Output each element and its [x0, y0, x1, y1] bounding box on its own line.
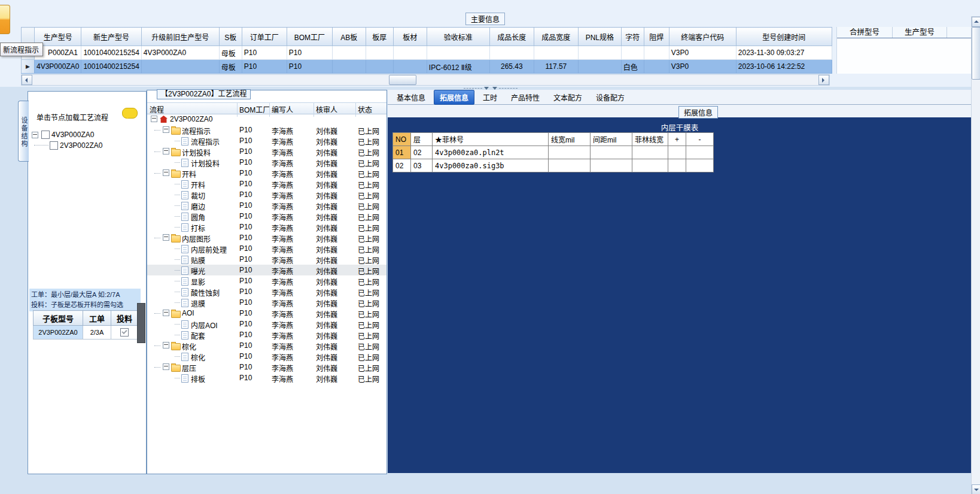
column-header[interactable]: 阻焊 — [644, 28, 669, 46]
node-checkbox[interactable] — [41, 131, 50, 139]
process-row[interactable]: 裁切P10李海燕刘伟巍已上网 — [147, 189, 386, 200]
process-row[interactable]: 流程指示P10李海燕刘伟巍已上网 — [147, 125, 386, 135]
process-row[interactable]: 内层AOIP10李海燕刘伟巍已上网 — [147, 319, 386, 329]
main-grid-hscrollbar[interactable] — [21, 74, 830, 86]
grid-cell[interactable] — [644, 60, 669, 74]
tab-basic-info[interactable]: 基本信息 — [391, 90, 431, 104]
film-column-header[interactable]: 层 — [411, 133, 433, 146]
column-header[interactable]: 验收标准 — [427, 28, 489, 46]
grid-cell[interactable] — [578, 60, 621, 74]
grid-cell[interactable] — [366, 46, 393, 60]
film-cell[interactable]: 02 — [393, 159, 411, 172]
expand-toggle-icon[interactable] — [151, 116, 157, 122]
column-header[interactable]: 成品长度 — [489, 28, 534, 46]
process-row[interactable]: 层压P10李海燕刘伟巍已上网 — [147, 362, 386, 372]
grid-row[interactable]: ▶4V3P000ZA010010400215254母板P10P10IPC-601… — [22, 60, 832, 74]
process-row[interactable]: 排板P10李海燕刘伟巍已上网 — [147, 372, 386, 383]
tab-text-recipe[interactable]: 文本配方 — [548, 90, 588, 104]
film-cell[interactable]: 03 — [411, 159, 433, 172]
process-row[interactable]: 开料P10李海燕刘伟巍已上网 — [147, 178, 386, 189]
app-vscrollbar[interactable] — [971, 16, 980, 494]
column-header[interactable]: 字符 — [621, 28, 644, 46]
hscroll-thumb[interactable] — [389, 75, 416, 85]
grid-cell[interactable]: 母板 — [219, 46, 242, 60]
film-column-header[interactable]: + — [668, 133, 686, 146]
column-header[interactable]: 终端客户代码 — [669, 28, 736, 46]
column-header[interactable]: 新生产型号 — [81, 28, 141, 46]
column-header[interactable]: 型号创建时间 — [736, 28, 832, 46]
film-cell[interactable] — [591, 159, 632, 172]
film-row[interactable]: 02034v3p000za0.sig3b — [393, 159, 714, 172]
column-header[interactable]: 板厚 — [366, 28, 393, 46]
grid-cell[interactable]: 4V3P000ZA0 — [141, 46, 219, 60]
grid-cell[interactable] — [644, 46, 669, 60]
film-cell[interactable]: 4v3p000za0.pln2t — [433, 146, 549, 159]
col-process[interactable]: 流程 — [150, 104, 164, 114]
tab-device-recipe[interactable]: 设备配方 — [591, 90, 630, 104]
process-row[interactable]: AOIP10李海燕刘伟巍已上网 — [147, 308, 386, 319]
column-header[interactable]: 升级前旧生产型号 — [141, 28, 219, 46]
grid-cell[interactable]: 2023-11-30 09:03:27 — [736, 46, 832, 60]
grid-cell[interactable]: 4V3P000ZA0 — [35, 60, 81, 74]
grid-cell[interactable] — [141, 60, 219, 74]
grid-cell[interactable]: 10010400215254 — [81, 60, 141, 74]
scroll-down-button[interactable] — [972, 484, 980, 494]
col-combine-model[interactable]: 合拼型号 — [837, 27, 893, 38]
column-header[interactable]: AB板 — [332, 28, 366, 46]
expand-toggle-icon[interactable] — [163, 169, 169, 176]
grid-cell[interactable] — [489, 46, 534, 60]
film-column-header[interactable]: NO — [393, 133, 411, 146]
grid-cell[interactable] — [427, 46, 489, 60]
process-row[interactable]: 退膜P10李海燕刘伟巍已上网 — [147, 297, 386, 308]
film-cell[interactable] — [549, 146, 591, 159]
expand-toggle-icon[interactable] — [163, 234, 169, 241]
col-writer[interactable]: 编写人 — [272, 104, 293, 114]
process-row[interactable]: 打标P10李海燕刘伟巍已上网 — [147, 222, 386, 232]
expand-toggle-icon[interactable] — [163, 310, 169, 316]
process-row[interactable]: 内层图形P10李海燕刘伟巍已上网 — [147, 232, 386, 243]
column-header[interactable]: 订单工厂 — [242, 28, 287, 46]
board-model-cell[interactable]: 2V3P002ZA0 — [34, 326, 83, 340]
expand-toggle-icon[interactable] — [163, 342, 169, 348]
process-row[interactable]: 开料P10李海燕刘伟巍已上网 — [147, 168, 386, 178]
grid-cell[interactable] — [534, 46, 578, 60]
expand-toggle-icon[interactable] — [163, 126, 169, 133]
process-row[interactable]: 显影P10李海燕刘伟巍已上网 — [147, 275, 386, 286]
grid-cell[interactable] — [393, 46, 427, 60]
scroll-right-button[interactable] — [818, 75, 829, 85]
grid-cell[interactable] — [332, 60, 366, 74]
process-row[interactable]: 磨边P10李海燕刘伟巍已上网 — [147, 200, 386, 211]
expand-toggle-icon[interactable] — [163, 363, 169, 370]
grid-cell[interactable] — [621, 46, 644, 60]
col-status[interactable]: 状态 — [358, 104, 372, 114]
column-header[interactable]: BOM工厂 — [287, 28, 332, 46]
grid-cell[interactable]: 117.57 — [534, 60, 578, 74]
process-row[interactable]: 计划投料P10李海燕刘伟巍已上网 — [147, 157, 386, 168]
grid-cell[interactable]: P10 — [242, 46, 287, 60]
film-cell[interactable] — [686, 159, 714, 172]
process-row[interactable]: 配套P10李海燕刘伟巍已上网 — [147, 329, 386, 340]
grid-row[interactable]: P000ZA1100104002152544V3P000ZA0母板P10P10V… — [22, 46, 832, 60]
col-work-order[interactable]: 工单 — [83, 311, 111, 326]
column-header[interactable]: S板 — [219, 28, 242, 46]
process-row[interactable]: 计划投料P10李海燕刘伟巍已上网 — [147, 146, 386, 157]
col-reviewer[interactable]: 核审人 — [316, 104, 337, 114]
feeding-checkbox[interactable] — [120, 328, 129, 337]
film-column-header[interactable]: - — [686, 133, 714, 146]
tab-product-features[interactable]: 产品特性 — [506, 90, 545, 104]
col-feeding[interactable]: 投料 — [111, 311, 138, 326]
grid-cell[interactable]: V3P0 — [669, 60, 736, 74]
film-cell[interactable] — [632, 159, 668, 172]
film-cell[interactable] — [686, 146, 714, 159]
process-row[interactable]: 曝光P10李海燕刘伟巍已上网 — [147, 265, 386, 275]
column-header[interactable]: PNL规格 — [578, 28, 621, 46]
grid-cell[interactable]: P10 — [242, 60, 287, 74]
grid-cell[interactable]: 10010400215254 — [81, 46, 141, 60]
grid-cell[interactable]: 母板 — [219, 60, 242, 74]
row-selector[interactable]: ▶ — [22, 60, 35, 74]
column-header[interactable]: 板材 — [393, 28, 427, 46]
film-column-header[interactable]: 线宽mil — [549, 133, 591, 146]
col-bom-factory[interactable]: BOM工厂 — [239, 104, 270, 114]
process-row[interactable]: 酸性蚀刻P10李海燕刘伟巍已上网 — [147, 286, 386, 297]
mini-scrollbar[interactable] — [137, 303, 145, 343]
